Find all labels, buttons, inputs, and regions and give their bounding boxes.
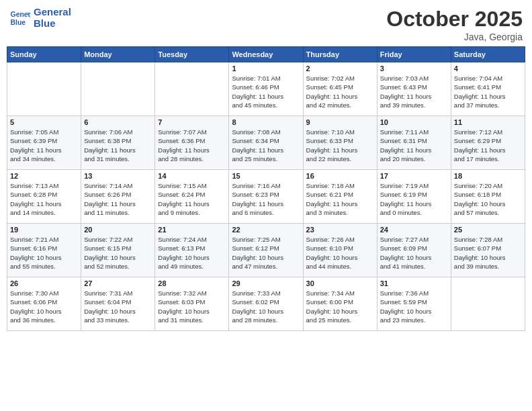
- day-number: 22: [232, 226, 300, 234]
- day-cell: 10Sunrise: 7:11 AM Sunset: 6:31 PM Dayli…: [377, 116, 451, 170]
- day-cell: [7, 62, 81, 116]
- day-info: Sunrise: 7:13 AM Sunset: 6:28 PM Dayligh…: [10, 181, 78, 217]
- day-cell: 4Sunrise: 7:04 AM Sunset: 6:41 PM Daylig…: [451, 62, 525, 116]
- day-cell: 23Sunrise: 7:26 AM Sunset: 6:10 PM Dayli…: [303, 224, 377, 277]
- day-number: 12: [10, 172, 78, 180]
- day-info: Sunrise: 7:24 AM Sunset: 6:13 PM Dayligh…: [158, 235, 226, 271]
- day-info: Sunrise: 7:21 AM Sunset: 6:16 PM Dayligh…: [10, 235, 78, 271]
- day-cell: 6Sunrise: 7:06 AM Sunset: 6:38 PM Daylig…: [81, 116, 155, 170]
- day-info: Sunrise: 7:20 AM Sunset: 6:18 PM Dayligh…: [454, 181, 522, 217]
- day-info: Sunrise: 7:22 AM Sunset: 6:15 PM Dayligh…: [84, 235, 152, 271]
- day-number: 2: [306, 64, 374, 73]
- day-info: Sunrise: 7:27 AM Sunset: 6:09 PM Dayligh…: [380, 235, 448, 271]
- month-title: October 2025: [386, 7, 523, 32]
- day-cell: 17Sunrise: 7:19 AM Sunset: 6:19 PM Dayli…: [377, 170, 451, 224]
- day-number: 29: [232, 279, 300, 287]
- day-number: 7: [158, 118, 226, 126]
- day-info: Sunrise: 7:03 AM Sunset: 6:43 PM Dayligh…: [380, 74, 448, 109]
- day-cell: 30Sunrise: 7:34 AM Sunset: 6:00 PM Dayli…: [303, 277, 377, 331]
- weekday-header-friday: Friday: [377, 47, 451, 62]
- day-cell: 20Sunrise: 7:22 AM Sunset: 6:15 PM Dayli…: [81, 224, 155, 277]
- day-number: 30: [306, 279, 374, 287]
- day-cell: 19Sunrise: 7:21 AM Sunset: 6:16 PM Dayli…: [7, 224, 81, 277]
- day-cell: 14Sunrise: 7:15 AM Sunset: 6:24 PM Dayli…: [155, 170, 229, 224]
- day-number: 20: [84, 226, 152, 234]
- day-cell: 29Sunrise: 7:33 AM Sunset: 6:02 PM Dayli…: [229, 277, 303, 331]
- day-info: Sunrise: 7:19 AM Sunset: 6:19 PM Dayligh…: [380, 181, 448, 217]
- weekday-header-row: SundayMondayTuesdayWednesdayThursdayFrid…: [7, 47, 525, 62]
- day-info: Sunrise: 7:18 AM Sunset: 6:21 PM Dayligh…: [306, 181, 374, 217]
- day-number: 23: [306, 226, 374, 234]
- day-cell: 8Sunrise: 7:08 AM Sunset: 6:34 PM Daylig…: [229, 116, 303, 170]
- day-cell: 28Sunrise: 7:32 AM Sunset: 6:03 PM Dayli…: [155, 277, 229, 331]
- day-info: Sunrise: 7:36 AM Sunset: 5:59 PM Dayligh…: [380, 289, 448, 324]
- day-info: Sunrise: 7:10 AM Sunset: 6:33 PM Dayligh…: [306, 128, 374, 163]
- week-row-3: 12Sunrise: 7:13 AM Sunset: 6:28 PM Dayli…: [7, 170, 525, 224]
- day-number: 17: [380, 172, 448, 180]
- day-number: 31: [380, 279, 448, 287]
- location: Java, Georgia: [386, 32, 523, 42]
- day-cell: 5Sunrise: 7:05 AM Sunset: 6:39 PM Daylig…: [7, 116, 81, 170]
- day-info: Sunrise: 7:08 AM Sunset: 6:34 PM Dayligh…: [232, 128, 300, 163]
- weekday-header-wednesday: Wednesday: [229, 47, 303, 62]
- day-cell: 12Sunrise: 7:13 AM Sunset: 6:28 PM Dayli…: [7, 170, 81, 224]
- day-cell: 15Sunrise: 7:16 AM Sunset: 6:23 PM Dayli…: [229, 170, 303, 224]
- weekday-header-tuesday: Tuesday: [155, 47, 229, 62]
- day-info: Sunrise: 7:32 AM Sunset: 6:03 PM Dayligh…: [158, 289, 226, 324]
- day-number: 27: [84, 279, 152, 287]
- day-number: 4: [454, 64, 522, 73]
- day-info: Sunrise: 7:16 AM Sunset: 6:23 PM Dayligh…: [232, 181, 300, 217]
- day-info: Sunrise: 7:31 AM Sunset: 6:04 PM Dayligh…: [84, 289, 152, 324]
- day-number: 9: [306, 118, 374, 126]
- day-number: 25: [454, 226, 522, 234]
- weekday-header-thursday: Thursday: [303, 47, 377, 62]
- day-info: Sunrise: 7:04 AM Sunset: 6:41 PM Dayligh…: [454, 74, 522, 109]
- day-cell: 9Sunrise: 7:10 AM Sunset: 6:33 PM Daylig…: [303, 116, 377, 170]
- day-info: Sunrise: 7:05 AM Sunset: 6:39 PM Dayligh…: [10, 128, 78, 163]
- day-cell: [155, 62, 229, 116]
- day-cell: 1Sunrise: 7:01 AM Sunset: 6:46 PM Daylig…: [229, 62, 303, 116]
- weekday-header-monday: Monday: [81, 47, 155, 62]
- logo: General Blue General Blue: [9, 7, 71, 29]
- week-row-4: 19Sunrise: 7:21 AM Sunset: 6:16 PM Dayli…: [7, 224, 525, 277]
- day-info: Sunrise: 7:28 AM Sunset: 6:07 PM Dayligh…: [454, 235, 522, 271]
- day-cell: 11Sunrise: 7:12 AM Sunset: 6:29 PM Dayli…: [451, 116, 525, 170]
- logo-icon: General Blue: [9, 7, 31, 29]
- day-number: 3: [380, 64, 448, 73]
- week-row-5: 26Sunrise: 7:30 AM Sunset: 6:06 PM Dayli…: [7, 277, 525, 331]
- svg-text:Blue: Blue: [11, 18, 26, 26]
- day-cell: 21Sunrise: 7:24 AM Sunset: 6:13 PM Dayli…: [155, 224, 229, 277]
- day-number: 13: [84, 172, 152, 180]
- day-info: Sunrise: 7:06 AM Sunset: 6:38 PM Dayligh…: [84, 128, 152, 163]
- day-number: 11: [454, 118, 522, 126]
- day-info: Sunrise: 7:12 AM Sunset: 6:29 PM Dayligh…: [454, 128, 522, 163]
- day-info: Sunrise: 7:26 AM Sunset: 6:10 PM Dayligh…: [306, 235, 374, 271]
- day-cell: 2Sunrise: 7:02 AM Sunset: 6:45 PM Daylig…: [303, 62, 377, 116]
- page-header: General Blue General Blue October 2025 J…: [7, 7, 525, 42]
- day-number: 1: [232, 64, 300, 73]
- week-row-1: 1Sunrise: 7:01 AM Sunset: 6:46 PM Daylig…: [7, 62, 525, 116]
- day-number: 6: [84, 118, 152, 126]
- day-number: 14: [158, 172, 226, 180]
- calendar-table: SundayMondayTuesdayWednesdayThursdayFrid…: [7, 46, 525, 331]
- day-number: 15: [232, 172, 300, 180]
- day-info: Sunrise: 7:07 AM Sunset: 6:36 PM Dayligh…: [158, 128, 226, 163]
- title-block: October 2025 Java, Georgia: [386, 7, 523, 42]
- day-cell: 26Sunrise: 7:30 AM Sunset: 6:06 PM Dayli…: [7, 277, 81, 331]
- logo-line1: General: [34, 7, 71, 18]
- day-info: Sunrise: 7:02 AM Sunset: 6:45 PM Dayligh…: [306, 74, 374, 109]
- day-number: 26: [10, 279, 78, 287]
- day-cell: 18Sunrise: 7:20 AM Sunset: 6:18 PM Dayli…: [451, 170, 525, 224]
- day-info: Sunrise: 7:15 AM Sunset: 6:24 PM Dayligh…: [158, 181, 226, 217]
- day-number: 5: [10, 118, 78, 126]
- day-cell: [81, 62, 155, 116]
- day-number: 16: [306, 172, 374, 180]
- day-info: Sunrise: 7:30 AM Sunset: 6:06 PM Dayligh…: [10, 289, 78, 324]
- day-number: 18: [454, 172, 522, 180]
- day-cell: 7Sunrise: 7:07 AM Sunset: 6:36 PM Daylig…: [155, 116, 229, 170]
- day-cell: 3Sunrise: 7:03 AM Sunset: 6:43 PM Daylig…: [377, 62, 451, 116]
- day-number: 19: [10, 226, 78, 234]
- day-number: 28: [158, 279, 226, 287]
- weekday-header-saturday: Saturday: [451, 47, 525, 62]
- day-cell: 25Sunrise: 7:28 AM Sunset: 6:07 PM Dayli…: [451, 224, 525, 277]
